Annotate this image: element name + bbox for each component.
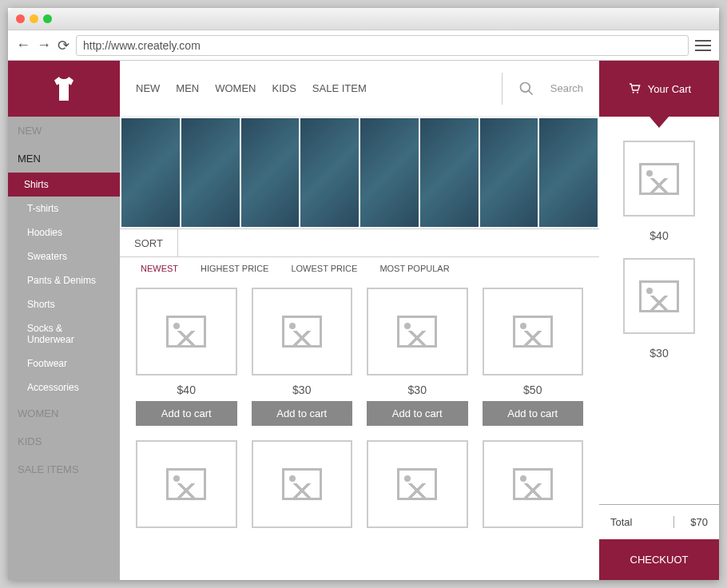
cart-item-price: $40: [650, 229, 668, 242]
sidebar-subcategory[interactable]: Sweaters: [8, 244, 120, 268]
sidebar-category[interactable]: NEW: [8, 117, 120, 145]
cart-arrow-icon: [650, 117, 669, 128]
product-price: $30: [408, 383, 427, 396]
product-grid: $40Add to cart$30Add to cart$30Add to ca…: [120, 280, 599, 536]
add-to-cart-button[interactable]: Add to cart: [252, 401, 353, 426]
sidebar-category[interactable]: KIDS: [8, 427, 120, 455]
search-icon[interactable]: [518, 81, 534, 97]
product-price: $30: [292, 383, 311, 396]
image-placeholder-icon: [166, 316, 206, 348]
topnav-link[interactable]: MEN: [176, 82, 199, 94]
add-to-cart-button[interactable]: Add to cart: [136, 401, 237, 426]
cart-label: Your Cart: [648, 83, 691, 95]
cart-item: $30: [610, 258, 708, 360]
sidebar-subcategory[interactable]: Shirts: [8, 173, 120, 197]
cart-total-row: Total $70: [599, 504, 719, 539]
product-image[interactable]: [136, 440, 237, 528]
product-card: $50Add to cart: [483, 288, 584, 426]
image-placeholder-icon: [513, 468, 553, 500]
add-to-cart-button[interactable]: Add to cart: [483, 401, 584, 426]
reload-icon[interactable]: ⟳: [58, 37, 70, 54]
topnav-link[interactable]: KIDS: [272, 82, 296, 94]
image-placeholder-icon: [639, 280, 679, 312]
total-value: $70: [673, 516, 708, 528]
topnav-link[interactable]: SALE ITEM: [312, 82, 367, 94]
image-placeholder-icon: [166, 468, 206, 500]
sort-option[interactable]: LOWEST PRICE: [291, 264, 357, 273]
cart-item-image[interactable]: [623, 141, 695, 217]
browser-window: ← → ⟳ http://www.creately.com NEWMENShir…: [8, 8, 719, 580]
browser-toolbar: ← → ⟳ http://www.creately.com: [8, 30, 719, 61]
product-image[interactable]: [483, 440, 584, 528]
hero-banner: [120, 117, 599, 228]
sidebar: NEWMENShirtsT-shirtsHoodiesSweatersPants…: [8, 61, 120, 580]
product-image[interactable]: [483, 288, 584, 375]
product-card: [136, 440, 237, 528]
svg-line-1: [528, 90, 532, 94]
product-image[interactable]: [367, 288, 468, 375]
titlebar: [8, 8, 719, 30]
product-card: $40Add to cart: [136, 288, 237, 426]
forward-icon[interactable]: →: [37, 37, 51, 54]
sidebar-subcategory[interactable]: Footwear: [8, 352, 120, 375]
search-input[interactable]: Search: [550, 82, 583, 94]
menu-icon[interactable]: [695, 40, 711, 51]
sidebar-category[interactable]: MEN: [8, 145, 120, 173]
back-icon[interactable]: ←: [16, 37, 30, 54]
sidebar-subcategory[interactable]: Pants & Denims: [8, 268, 120, 292]
product-image[interactable]: [252, 288, 353, 375]
product-image[interactable]: [367, 440, 468, 528]
sidebar-category[interactable]: WOMEN: [8, 399, 120, 427]
top-nav: NEWMENWOMENKIDSSALE ITEM Search: [120, 61, 599, 117]
sort-option[interactable]: NEWEST: [141, 264, 178, 273]
product-image[interactable]: [252, 440, 353, 528]
logo[interactable]: [8, 61, 120, 117]
sidebar-subcategory[interactable]: Hoodies: [8, 220, 120, 244]
tshirt-icon: [50, 74, 78, 103]
cart-header[interactable]: Your Cart: [599, 61, 719, 117]
topnav-link[interactable]: WOMEN: [215, 82, 256, 94]
svg-point-2: [632, 92, 634, 93]
topnav-link[interactable]: NEW: [136, 82, 160, 94]
image-placeholder-icon: [282, 468, 322, 500]
svg-point-0: [520, 82, 530, 92]
product-price: $50: [523, 383, 542, 396]
product-price: $40: [177, 383, 196, 396]
product-card: [252, 440, 353, 528]
close-dot[interactable]: [16, 14, 25, 23]
image-placeholder-icon: [282, 316, 322, 348]
cart-panel: Your Cart $40$30 Total $70 CHECKUOT: [599, 61, 719, 580]
maximize-dot[interactable]: [43, 14, 52, 23]
svg-point-3: [637, 92, 638, 93]
sidebar-subcategory[interactable]: Socks & Underwear: [8, 316, 120, 352]
image-placeholder-icon: [639, 163, 679, 195]
total-label: Total: [610, 516, 632, 528]
product-card: [367, 440, 468, 528]
cart-icon: [627, 82, 642, 95]
image-placeholder-icon: [513, 316, 553, 348]
product-card: [483, 440, 584, 528]
sidebar-subcategory[interactable]: Shorts: [8, 292, 120, 316]
sidebar-subcategory[interactable]: Accessories: [8, 375, 120, 399]
product-card: $30Add to cart: [252, 288, 353, 426]
sort-options: NEWESTHIGHEST PRICELOWEST PRICEMOST POPU…: [120, 257, 599, 280]
image-placeholder-icon: [397, 468, 437, 500]
cart-item-price: $30: [650, 347, 668, 360]
image-placeholder-icon: [397, 316, 437, 348]
sidebar-subcategory[interactable]: T-shirts: [8, 197, 120, 220]
minimize-dot[interactable]: [30, 14, 38, 23]
cart-item: $40: [610, 141, 708, 242]
url-input[interactable]: http://www.creately.com: [76, 35, 689, 56]
sidebar-category[interactable]: SALE ITEMS: [8, 455, 120, 483]
product-image[interactable]: [136, 288, 237, 375]
product-card: $30Add to cart: [367, 288, 468, 426]
sort-option[interactable]: MOST POPULAR: [379, 264, 449, 273]
sort-bar: SORT: [120, 228, 599, 257]
add-to-cart-button[interactable]: Add to cart: [367, 401, 468, 426]
main: NEWMENWOMENKIDSSALE ITEM Search SORT NEW…: [120, 61, 599, 580]
cart-item-image[interactable]: [623, 258, 695, 334]
cart-items: $40$30: [599, 117, 719, 504]
checkout-button[interactable]: CHECKUOT: [599, 539, 719, 580]
sort-label: SORT: [120, 229, 178, 256]
sort-option[interactable]: HIGHEST PRICE: [201, 264, 268, 273]
